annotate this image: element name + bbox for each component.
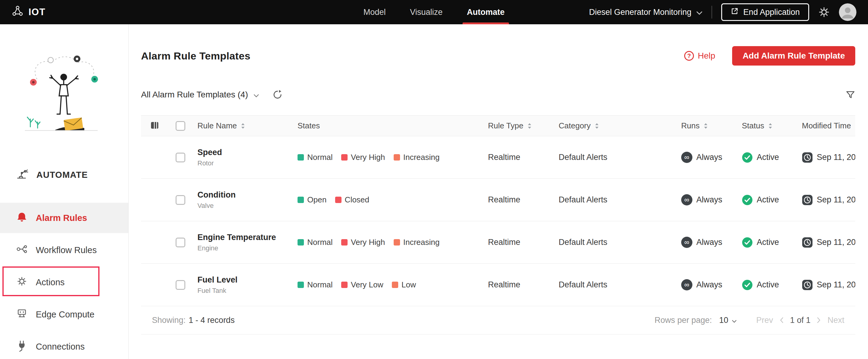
rule-type-cell: Realtime (488, 280, 559, 290)
column-chooser-icon[interactable] (150, 121, 159, 131)
rule-asset: Engine (197, 244, 218, 252)
rule-type-cell: Realtime (488, 153, 559, 162)
status-cell: Active (742, 279, 802, 291)
table-row[interactable]: Condition Valve Open Closed Realtime Def… (141, 178, 855, 221)
sidebar-item-label: Workflow Rules (36, 245, 97, 255)
chevron-down-icon (253, 90, 259, 99)
category-cell: Default Alerts (559, 238, 681, 247)
state-chip: Increasing (394, 238, 440, 247)
state-color-swatch (341, 154, 347, 160)
end-application-button[interactable]: End Application (721, 3, 809, 21)
sidebar-item-connections[interactable]: Connections (0, 331, 128, 359)
sidebar-section-automate: AUTOMATE (0, 166, 128, 183)
robot-arm-icon (16, 167, 29, 183)
sort-icon (241, 122, 245, 129)
state-color-swatch (298, 239, 304, 245)
sort-icon (703, 122, 708, 129)
page-indicator: 1 of 1 (790, 316, 811, 325)
prev-page-button[interactable]: Prev (756, 316, 773, 325)
active-check-icon (742, 152, 753, 163)
rule-asset: Fuel Tank (197, 287, 226, 295)
table-row[interactable]: Speed Rotor Normal Very High Increasing … (141, 136, 855, 178)
add-alarm-rule-template-button[interactable]: Add Alarm Rule Template (732, 46, 855, 65)
automation-illustration (19, 50, 110, 139)
exit-app-icon (731, 7, 739, 17)
sidebar-item-actions[interactable]: Actions (0, 267, 128, 297)
chevron-right-icon[interactable] (817, 317, 821, 323)
sidebar-item-alarm-rules[interactable]: Alarm Rules (0, 203, 128, 233)
state-chip: Normal (298, 238, 333, 247)
next-page-button[interactable]: Next (827, 316, 844, 325)
sidebar-item-label: Alarm Rules (36, 213, 87, 223)
sidebar-item-label: Edge Compute (36, 309, 94, 320)
sidebar-item-edge-compute[interactable]: Edge Compute (0, 299, 128, 330)
active-check-icon (742, 195, 753, 205)
application-selector[interactable]: Diesel Generator Monitoring (589, 8, 703, 17)
header-modified-time[interactable]: Modified Time (802, 121, 855, 130)
filter-funnel-icon[interactable] (845, 90, 855, 99)
table-row[interactable]: Engine Temperature Engine Normal Very Hi… (141, 221, 855, 263)
header-rule-type[interactable]: Rule Type (488, 121, 559, 130)
select-all-checkbox[interactable] (176, 121, 185, 131)
topbar-right: Diesel Generator Monitoring End Applicat… (589, 3, 857, 21)
nav-tab-automate[interactable]: Automate (458, 0, 513, 24)
table-header-row: Rule Name States Rule Type Category (141, 115, 855, 136)
state-color-swatch (341, 281, 347, 288)
state-chip: Closed (335, 195, 369, 205)
states-cell: Open Closed (298, 195, 488, 205)
rows-per-page-label: Rows per page: (654, 316, 712, 325)
header-rule-name[interactable]: Rule Name (197, 121, 298, 130)
state-chip: Low (392, 280, 416, 290)
table-footer: Showing: 1 - 4 records Rows per page: 10… (141, 306, 855, 334)
rule-asset: Valve (197, 202, 214, 210)
sidebar-item-workflow-rules[interactable]: Workflow Rules (0, 235, 128, 265)
header-runs[interactable]: Runs (681, 121, 742, 130)
sidebar-item-label: Connections (36, 342, 85, 352)
row-checkbox[interactable] (176, 195, 185, 205)
runs-cell: ∞ Always (681, 279, 742, 291)
modified-time-cell: Sep 11, 202 (802, 237, 855, 248)
table-row[interactable]: Fuel Level Fuel Tank Normal Very Low Low… (141, 263, 855, 306)
sort-icon (527, 122, 532, 129)
row-checkbox[interactable] (176, 238, 185, 247)
clock-icon (802, 279, 813, 291)
rule-asset: Rotor (197, 159, 214, 167)
chevron-left-icon[interactable] (780, 317, 783, 323)
row-checkbox[interactable] (176, 153, 185, 162)
states-cell: Normal Very High Increasing (298, 238, 488, 247)
alarm-rule-templates-table: Rule Name States Rule Type Category (141, 115, 855, 334)
sort-icon (594, 122, 599, 129)
user-avatar[interactable] (839, 3, 857, 21)
modified-time-cell: Sep 11, 202 (802, 152, 855, 163)
state-chip: Normal (298, 280, 333, 290)
runs-cell: ∞ Always (681, 194, 742, 205)
header-status[interactable]: Status (742, 121, 802, 130)
template-filter-dropdown[interactable]: All Alarm Rule Templates (4) (141, 90, 259, 99)
clock-icon (802, 237, 813, 248)
page-title: Alarm Rule Templates (141, 50, 250, 62)
rows-per-page-select[interactable]: 10 (719, 316, 737, 325)
help-link[interactable]: ? Help (684, 51, 715, 61)
main-content: Alarm Rule Templates ? Help Add Alarm Ru… (129, 24, 868, 359)
status-cell: Active (742, 237, 802, 248)
edge-compute-icon (16, 307, 28, 322)
header-category[interactable]: Category (559, 121, 681, 130)
clock-icon (802, 195, 813, 205)
help-icon: ? (684, 51, 694, 61)
modified-time-cell: Sep 11, 202 (802, 195, 855, 205)
rule-name: Engine Temperature (197, 233, 276, 242)
app-page: IOT Model Visualize Automate Diesel Gene… (0, 0, 868, 359)
state-chip: Very Low (341, 280, 383, 290)
row-checkbox[interactable] (176, 280, 185, 290)
rule-name: Speed (197, 148, 222, 157)
showing-label: Showing: (152, 316, 186, 325)
nav-tab-visualize[interactable]: Visualize (402, 0, 451, 24)
logo-text: IOT (29, 7, 45, 18)
clock-icon (802, 152, 813, 163)
refresh-icon[interactable] (272, 90, 283, 100)
active-check-icon (742, 237, 753, 248)
settings-gear-icon[interactable] (818, 6, 830, 18)
actions-gear-icon (16, 275, 28, 290)
iot-logo[interactable]: IOT (11, 5, 45, 20)
nav-tab-model[interactable]: Model (355, 0, 394, 24)
